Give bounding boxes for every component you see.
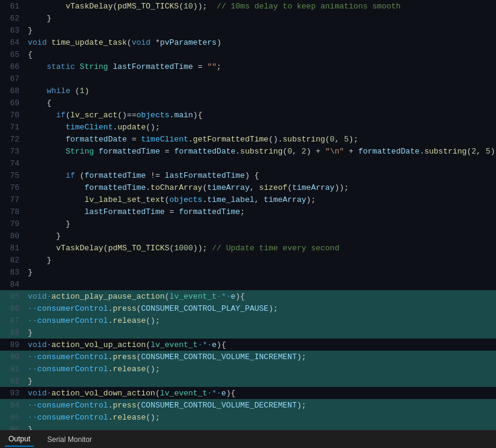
code-line: 87··consumerControl.release(); xyxy=(0,314,496,326)
token xyxy=(28,111,56,120)
token: 0 xyxy=(330,135,334,144)
code-line: 64void time_update_task(void *pvParamete… xyxy=(0,36,496,48)
line-content: String formattedTime = formattedDate.sub… xyxy=(25,147,496,156)
line-number: 81 xyxy=(0,244,25,253)
token: = xyxy=(165,207,178,216)
bottom-bar: Output Serial Monitor xyxy=(0,430,496,448)
token: ( xyxy=(203,183,207,192)
token: CONSUMER_CONTROL_PLAY_PAUSE xyxy=(141,304,269,313)
token: timeClient xyxy=(141,135,188,144)
token: ·· xyxy=(28,304,38,313)
code-line: 92} xyxy=(0,375,496,387)
token: action_vol_down_action xyxy=(51,389,155,398)
line-content: ··consumerControl.release(); xyxy=(25,413,496,422)
token: ) xyxy=(217,38,221,47)
token: lv_event_t xyxy=(151,340,198,349)
token: // Update time every second xyxy=(212,244,339,253)
token: "\n" xyxy=(325,147,344,156)
code-line: 95··consumerControl.release(); xyxy=(0,411,496,423)
line-content: void·action_play_pause_action(lv_event_t… xyxy=(25,292,496,301)
token: ·*· xyxy=(217,292,230,301)
token: ( xyxy=(146,340,151,349)
token: (); xyxy=(146,413,160,422)
token: e xyxy=(212,340,217,349)
token: objects xyxy=(136,111,169,120)
line-number: 84 xyxy=(0,280,25,289)
token: } xyxy=(28,232,61,241)
line-number: 64 xyxy=(0,38,25,47)
token: lastFormattedTime xyxy=(113,62,193,71)
token: consumerControl xyxy=(38,316,108,325)
token: formattedTime xyxy=(85,183,146,192)
token: = xyxy=(127,135,141,144)
token: vTaskDelay xyxy=(56,244,103,253)
line-content: } xyxy=(25,256,496,265)
token: * xyxy=(151,38,160,47)
code-line: 83} xyxy=(0,266,496,278)
line-number: 68 xyxy=(0,86,25,96)
token: objects xyxy=(169,195,203,204)
line-content: } xyxy=(25,26,496,35)
token: , xyxy=(334,135,344,144)
token: } xyxy=(28,256,51,265)
tab-serial-monitor[interactable]: Serial Monitor xyxy=(44,433,96,446)
token: consumerControl xyxy=(38,304,108,313)
token: pdMS_TO_TICKS xyxy=(117,2,178,11)
token: (). xyxy=(269,135,282,144)
token: ·· xyxy=(28,401,38,410)
line-content: void time_update_task(void *pvParameters… xyxy=(25,38,496,47)
line-number: 77 xyxy=(0,195,25,204)
token: toCharArray xyxy=(151,183,203,192)
token: void xyxy=(28,292,47,301)
token: 1000 xyxy=(174,244,193,253)
token: (); xyxy=(146,123,160,132)
line-content: { xyxy=(25,99,496,108)
token: CONSUMER_CONTROL_VOLUME_DECREMENT xyxy=(141,401,296,410)
token xyxy=(94,147,99,156)
token: . xyxy=(235,147,240,156)
token xyxy=(28,86,47,96)
token: "" xyxy=(207,62,217,71)
line-content: } xyxy=(25,14,496,23)
token: } xyxy=(28,425,33,430)
token: ()== xyxy=(117,111,136,120)
token: release xyxy=(113,316,146,325)
token: consumerControl xyxy=(38,365,108,374)
token: ( xyxy=(127,38,132,47)
token: time_update_task xyxy=(51,38,127,47)
line-number: 63 xyxy=(0,26,25,35)
code-line: 72 formattedDate = timeClient.getFormatt… xyxy=(0,133,496,145)
token: ( xyxy=(282,147,287,156)
line-content: } xyxy=(25,268,496,277)
token xyxy=(28,195,85,204)
token: + xyxy=(344,147,358,156)
token: release xyxy=(113,413,146,422)
token: press xyxy=(113,352,136,362)
line-number: 91 xyxy=(0,365,25,374)
token: lv_label_set_text xyxy=(85,195,165,204)
line-content: if (formattedTime != lastFormattedTime) … xyxy=(25,171,496,180)
token: String xyxy=(80,62,108,71)
tab-output[interactable]: Output xyxy=(5,432,34,447)
token: timeClient xyxy=(65,123,113,132)
line-content: } xyxy=(25,232,496,241)
token: . xyxy=(146,183,151,192)
token: ); xyxy=(297,352,307,362)
code-line: 75 if (formattedTime != lastFormattedTim… xyxy=(0,169,496,181)
token: } xyxy=(28,14,51,23)
token: getFormattedTime xyxy=(193,135,269,144)
token: substring xyxy=(240,147,282,156)
line-content: while (1) xyxy=(25,86,496,96)
token: ( xyxy=(165,292,169,301)
code-line: 65{ xyxy=(0,48,496,60)
line-number: 94 xyxy=(0,401,25,410)
token: timeArray xyxy=(264,195,306,204)
token: ) xyxy=(85,86,90,96)
token: = xyxy=(160,147,174,156)
token xyxy=(28,207,85,216)
line-number: 76 xyxy=(0,183,25,192)
token: ( xyxy=(287,183,292,192)
line-number: 95 xyxy=(0,413,25,422)
line-content: } xyxy=(25,328,496,337)
line-number: 75 xyxy=(0,171,25,180)
